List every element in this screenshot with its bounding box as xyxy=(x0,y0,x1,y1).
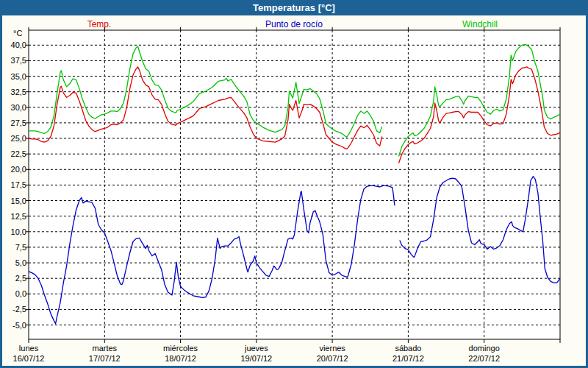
x-day-label: martes17/07/12 xyxy=(71,343,137,364)
y-tick-label: 2,5 xyxy=(0,274,26,283)
x-day-label: sábado21/07/12 xyxy=(375,343,441,364)
y-tick-label: 35,0 xyxy=(0,72,26,81)
day-name: martes xyxy=(71,343,137,353)
temperature-chart xyxy=(0,0,588,368)
day-date: 22/07/12 xyxy=(451,353,517,364)
day-date: 16/07/12 xyxy=(0,353,62,364)
y-tick-label: 7,5 xyxy=(0,243,26,252)
day-name: lunes xyxy=(0,343,62,353)
day-date: 18/07/12 xyxy=(148,353,214,364)
app-window: Temperaturas [°C] Temp. Punto de rocío W… xyxy=(0,0,588,368)
y-tick-label: 32,5 xyxy=(0,88,26,96)
y-tick-label: 15,0 xyxy=(0,197,26,205)
x-day-label: jueves19/07/12 xyxy=(223,343,290,364)
y-tick-label: -2,5 xyxy=(0,305,26,314)
y-tick-label: 27,5 xyxy=(0,118,26,127)
x-day-label: viernes20/07/12 xyxy=(299,343,365,364)
x-day-label: domingo22/07/12 xyxy=(451,343,517,364)
x-day-label: lunes16/07/12 xyxy=(0,343,62,364)
y-tick-label: 22,5 xyxy=(0,149,26,158)
y-tick-label: 20,0 xyxy=(0,165,26,174)
y-tick-label: -5,0 xyxy=(0,321,26,330)
y-tick-label: 5,0 xyxy=(0,258,26,267)
day-name: miércoles xyxy=(148,343,214,353)
window-border-left xyxy=(0,15,2,368)
day-name: domingo xyxy=(451,343,517,353)
y-tick-label: 12,5 xyxy=(0,212,26,221)
day-name: viernes xyxy=(299,343,365,353)
day-name: sábado xyxy=(375,343,441,353)
y-tick-label: 17,5 xyxy=(0,180,26,189)
x-day-label: miércoles18/07/12 xyxy=(148,343,214,364)
y-tick-label: 37,5 xyxy=(0,56,26,65)
y-tick-label: 25,0 xyxy=(0,134,26,143)
day-date: 17/07/12 xyxy=(71,353,137,364)
day-date: 20/07/12 xyxy=(299,353,365,364)
y-tick-label: 10,0 xyxy=(0,227,26,236)
day-name: jueves xyxy=(223,343,290,353)
day-date: 21/07/12 xyxy=(375,353,441,364)
y-tick-label: 40,0 xyxy=(0,40,26,49)
y-tick-label: 30,0 xyxy=(0,103,26,112)
day-date: 19/07/12 xyxy=(223,353,290,364)
y-tick-label: 0,0 xyxy=(0,289,26,298)
